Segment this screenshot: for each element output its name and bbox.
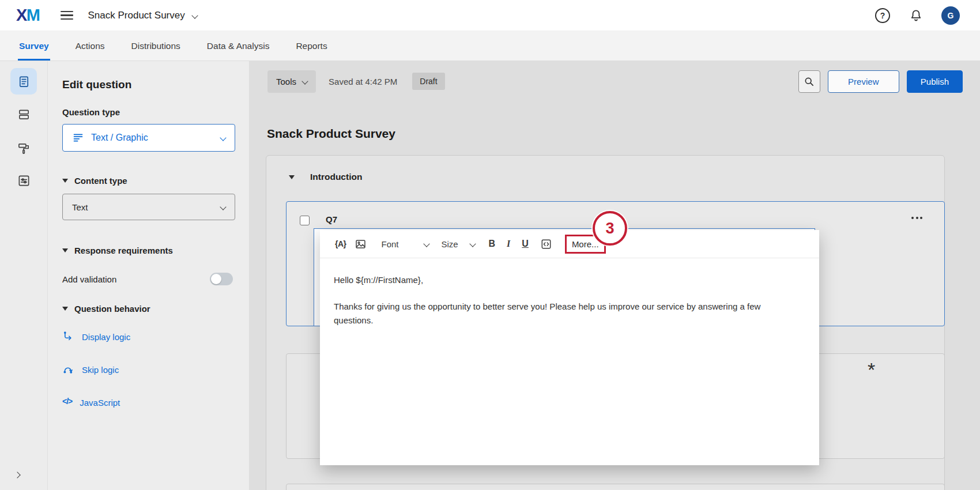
tab-survey[interactable]: Survey	[18, 31, 50, 61]
notifications-bell-icon[interactable]	[909, 8, 924, 23]
skip-logic-label: Skip logic	[82, 365, 119, 375]
tab-data-analysis[interactable]: Data & Analysis	[206, 31, 271, 61]
project-title-menu[interactable]: Snack Product Survey	[88, 10, 197, 21]
question-options-ellipsis-icon[interactable]	[911, 217, 922, 219]
response-requirements-label: Response requirements	[74, 246, 173, 255]
javascript-link[interactable]: </> JavaScript	[62, 397, 235, 409]
xm-logo: X M	[16, 7, 40, 24]
tab-actions[interactable]: Actions	[74, 31, 106, 61]
response-requirements-section-header[interactable]: Response requirements	[62, 246, 235, 255]
content-type-value: Text	[72, 202, 221, 212]
help-icon[interactable]: ?	[875, 8, 890, 23]
tab-distributions[interactable]: Distributions	[130, 31, 182, 61]
hamburger-menu-icon[interactable]	[61, 11, 73, 20]
javascript-label: JavaScript	[80, 398, 120, 408]
survey-options-icon[interactable]	[10, 167, 37, 194]
chevron-down-icon	[191, 12, 198, 18]
question-id: Q7	[326, 214, 337, 224]
question-behavior-section-header[interactable]: Question behavior	[62, 304, 235, 314]
required-asterisk: *	[868, 359, 875, 381]
bold-button[interactable]: B	[489, 239, 496, 249]
display-logic-icon	[62, 331, 74, 343]
preview-button[interactable]: Preview	[828, 70, 899, 93]
content-type-section-header[interactable]: Content type	[62, 176, 235, 186]
step-annotation-badge: 3	[593, 211, 627, 246]
add-validation-row: Add validation	[62, 273, 233, 285]
text-graphic-icon	[72, 132, 84, 144]
editor-paragraph-1: Hello ${m://FirstName},	[334, 273, 796, 287]
left-icon-rail	[0, 61, 47, 490]
more-button-label: More...	[572, 239, 599, 249]
add-validation-toggle[interactable]	[210, 273, 233, 285]
question-partial[interactable]	[286, 484, 945, 490]
editor-paragraph-2: Thanks for giving us the opportunity to …	[334, 300, 777, 327]
edit-question-panel: Edit question Question type Text / Graph…	[47, 61, 249, 490]
piped-text-icon[interactable]: {A}	[335, 239, 346, 248]
content-type-label: Content type	[74, 176, 127, 186]
collapse-chevron-icon	[289, 175, 295, 179]
draft-status-badge: Draft	[412, 73, 444, 90]
step-number: 3	[605, 220, 614, 238]
survey-flow-icon[interactable]	[10, 101, 37, 127]
search-icon	[803, 76, 815, 88]
search-button[interactable]	[798, 70, 820, 93]
logo-letter-m: M	[27, 7, 40, 24]
block-title: Introduction	[310, 172, 362, 182]
expand-panel-chevron[interactable]	[12, 469, 23, 481]
question-type-dropdown[interactable]: Text / Graphic	[62, 124, 235, 152]
skip-logic-icon	[62, 364, 74, 376]
question-checkbox[interactable]	[300, 216, 310, 225]
content-type-select[interactable]: Text	[62, 194, 235, 220]
collapse-chevron-icon	[62, 248, 68, 252]
panel-title: Edit question	[62, 78, 235, 91]
rich-text-content-area[interactable]: Hello ${m://FirstName}, Thanks for givin…	[320, 258, 819, 327]
block-header[interactable]: Introduction	[289, 172, 362, 182]
canvas-toolbar-left: Tools Saved at 4:42 PM Draft	[267, 70, 445, 93]
chevron-down-icon	[423, 240, 429, 247]
app-header: X M Snack Product Survey ? G	[0, 0, 980, 31]
saved-status-text: Saved at 4:42 PM	[329, 77, 397, 86]
source-code-icon[interactable]	[540, 238, 552, 250]
chevron-down-icon	[301, 78, 308, 84]
collapse-chevron-icon	[62, 307, 68, 311]
display-logic-link[interactable]: Display logic	[62, 331, 235, 343]
rich-text-editor-popup: {A} Font Size B I U More...	[320, 230, 819, 465]
question-type-label: Question type	[62, 107, 235, 117]
add-validation-label: Add validation	[62, 274, 116, 284]
logo-letter-x: X	[16, 7, 27, 24]
chevron-down-icon	[220, 203, 226, 210]
tools-dropdown-button[interactable]: Tools	[267, 70, 316, 93]
question-type-value: Text / Graphic	[91, 133, 214, 143]
look-and-feel-icon[interactable]	[10, 135, 37, 161]
italic-button[interactable]: I	[507, 239, 510, 249]
tab-reports[interactable]: Reports	[295, 31, 328, 61]
font-dropdown[interactable]: Font	[382, 239, 429, 249]
insert-image-icon[interactable]	[355, 238, 367, 250]
display-logic-label: Display logic	[82, 332, 130, 342]
collapse-chevron-icon	[62, 179, 68, 183]
project-title: Snack Product Survey	[88, 10, 185, 21]
canvas-toolbar-right: Preview Publish	[798, 70, 963, 93]
chevron-down-icon	[220, 134, 226, 141]
user-avatar[interactable]: G	[941, 6, 960, 25]
javascript-icon: </>	[62, 397, 72, 409]
rich-text-toolbar: {A} Font Size B I U More...	[320, 230, 819, 258]
size-dropdown[interactable]: Size	[442, 239, 475, 249]
primary-nav-tabs: Survey Actions Distributions Data & Anal…	[0, 31, 980, 61]
skip-logic-link[interactable]: Skip logic	[62, 364, 235, 376]
publish-button[interactable]: Publish	[907, 70, 963, 93]
chevron-down-icon	[469, 240, 476, 247]
underline-button[interactable]: U	[522, 239, 529, 249]
survey-builder-icon[interactable]	[10, 68, 37, 95]
survey-title-heading: Snack Product Survey	[267, 127, 395, 141]
question-behavior-label: Question behavior	[74, 304, 150, 314]
